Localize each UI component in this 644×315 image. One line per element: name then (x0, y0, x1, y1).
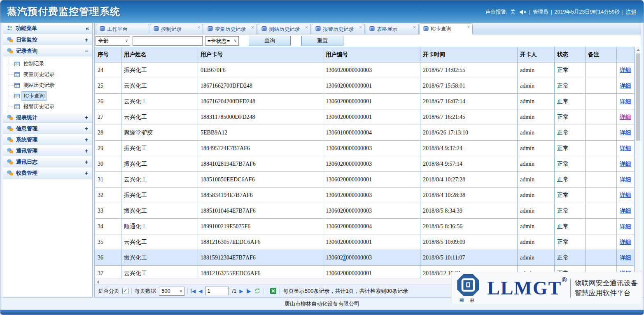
app-title: 蒸汽预付费监控管理系统 (7, 5, 120, 18)
expand-toggle-icon[interactable] (85, 137, 88, 143)
expand-toggle-icon[interactable] (85, 125, 88, 132)
cell-detail: 详细 (617, 94, 635, 109)
vertical-scrollbar[interactable] (635, 47, 641, 278)
cell-detail: 详细 (617, 141, 635, 156)
sidebar-item-ic-card-query[interactable]: IC卡查询 (3, 90, 92, 101)
cell-user-no: 1306020000000003 (323, 63, 420, 78)
expand-toggle-icon[interactable] (85, 114, 88, 121)
export-excel-icon[interactable] (270, 288, 276, 294)
cell-open-time: 2018/8/4 10:27:28 (420, 172, 518, 188)
detail-link[interactable]: 详细 (620, 67, 631, 73)
collapse-sidebar-icon[interactable] (86, 25, 89, 32)
scrollbar-thumb[interactable] (636, 53, 640, 141)
card-status-select[interactable]: =卡状态= (205, 37, 238, 45)
sidebar-item-label: 控制记录 (21, 60, 46, 68)
sidebar-group-billing-management[interactable]: 收费管理 (3, 167, 92, 178)
tab-alarm-history[interactable]: 报警历史记录 (312, 24, 365, 34)
expand-toggle-icon[interactable] (85, 37, 88, 43)
cell-index: 35 (95, 234, 121, 250)
cell-card-no: 188311785000DFD248 (198, 109, 323, 125)
cell-remark (586, 203, 617, 219)
logout-link[interactable]: 注销 (626, 9, 636, 16)
speaker-muted-icon[interactable] (519, 9, 527, 15)
tab-page-icon (100, 26, 105, 31)
sidebar-item-station-history[interactable]: 测站历史记录 (3, 80, 92, 90)
cell-operator: admin (518, 188, 555, 203)
cell-user-name: 振兴化工 (121, 188, 198, 203)
cell-remark (586, 172, 617, 188)
sidebar-group-comm-management[interactable]: 通讯管理 (3, 145, 92, 156)
last-page-button[interactable] (246, 288, 251, 294)
cell-index: 32 (95, 188, 121, 203)
tab-ic-card-query[interactable]: IC卡查询 (420, 23, 473, 35)
group-icon (7, 159, 14, 165)
cell-index: 36 (95, 250, 121, 266)
tab-close-icon[interactable] (197, 25, 200, 30)
cell-card-no: 5EBB9A12 (198, 125, 323, 141)
detail-link[interactable]: 详细 (620, 83, 631, 89)
paging-checkbox[interactable] (122, 288, 128, 294)
scroll-left-icon[interactable] (95, 279, 101, 285)
sidebar-group-system-management[interactable]: 系统管理 (3, 134, 92, 145)
sidebar-group-daily-monitoring[interactable]: 日常监控 (3, 34, 92, 45)
expand-toggle-icon[interactable] (85, 48, 88, 54)
reset-button[interactable]: 重置 (301, 36, 343, 46)
first-page-button[interactable] (191, 288, 196, 294)
page-number-input[interactable] (205, 287, 229, 295)
sidebar-group-report-statistics[interactable]: 报表统计 (3, 112, 92, 123)
sidebar-group-info-management[interactable]: 信息管理 (3, 123, 92, 134)
detail-link[interactable]: 详细 (620, 192, 631, 198)
column-header: 用户卡号 (198, 47, 323, 63)
sidebar-group-comm-logs[interactable]: 通讯日志 (3, 156, 92, 167)
refresh-icon[interactable] (254, 288, 261, 294)
detail-link[interactable]: 详细 (620, 130, 631, 136)
next-page-button[interactable] (239, 288, 243, 294)
sidebar-item-alarm-history[interactable]: 报警历史记录 (3, 101, 92, 112)
app-window: 蒸汽预付费监控管理系统 声音报警: 关 管理员 2019年5月23日9时14分5… (0, 0, 644, 315)
detail-link[interactable]: 详细 (620, 255, 631, 261)
cell-remark (586, 63, 617, 78)
table-icon (14, 62, 20, 66)
detail-link[interactable]: 详细 (620, 114, 631, 120)
keyword-input[interactable] (133, 36, 203, 46)
table-icon (14, 83, 20, 88)
detail-link[interactable]: 详细 (620, 208, 631, 214)
detail-link[interactable]: 详细 (620, 223, 631, 229)
cell-open-time: 2018/8/4 9:57:14 (420, 156, 518, 172)
tab-close-icon[interactable] (467, 25, 470, 29)
tab-close-icon[interactable] (251, 25, 254, 30)
tab-close-icon[interactable] (305, 25, 308, 30)
tab-station-history[interactable]: 测站历史记录 (258, 24, 311, 34)
detail-link[interactable]: 详细 (620, 161, 631, 167)
cell-remark (586, 219, 617, 234)
cell-user-name: 云兴化工 (121, 172, 198, 188)
table-row: 24振兴化工0EB670F613060200000000032018/6/7 1… (95, 63, 635, 78)
prev-page-button[interactable] (198, 288, 202, 294)
detail-link[interactable]: 详细 (620, 176, 631, 183)
tab-control-records[interactable]: 控制记录 (150, 24, 203, 34)
sound-alarm-state[interactable]: 关 (511, 9, 516, 16)
sidebar-item-variable-history[interactable]: 变量历史记录 (3, 69, 92, 80)
sidebar-header: 功能菜单 (3, 23, 92, 34)
table-row: 31云兴化工188510850EEDC6AF613060200000000012… (95, 172, 635, 188)
tab-workspace[interactable]: 工作平台 (96, 24, 149, 34)
detail-link[interactable]: 详细 (620, 145, 631, 151)
scroll-up-icon[interactable] (635, 47, 641, 53)
query-button[interactable]: 查询 (249, 36, 291, 46)
tab-close-icon[interactable] (413, 25, 416, 30)
tab-close-icon[interactable] (359, 25, 362, 30)
table-icon (14, 94, 20, 98)
detail-link[interactable]: 详细 (620, 98, 631, 104)
category-select[interactable]: 全部 (96, 37, 117, 45)
detail-link[interactable]: 详细 (620, 239, 631, 245)
page-size-select[interactable]: 500 (159, 287, 179, 295)
expand-toggle-icon[interactable] (85, 148, 88, 154)
expand-toggle-icon[interactable] (85, 170, 88, 176)
cell-remark (586, 156, 617, 172)
tab-variable-history[interactable]: 变量历史记录 (204, 24, 257, 34)
sidebar-item-control-records[interactable]: 控制记录 (3, 58, 92, 69)
tab-table-display[interactable]: 表格展示 (366, 24, 419, 34)
sidebar-group-record-query[interactable]: 记录查询 (3, 45, 92, 56)
cell-index: 28 (95, 125, 121, 141)
expand-toggle-icon[interactable] (85, 159, 88, 165)
